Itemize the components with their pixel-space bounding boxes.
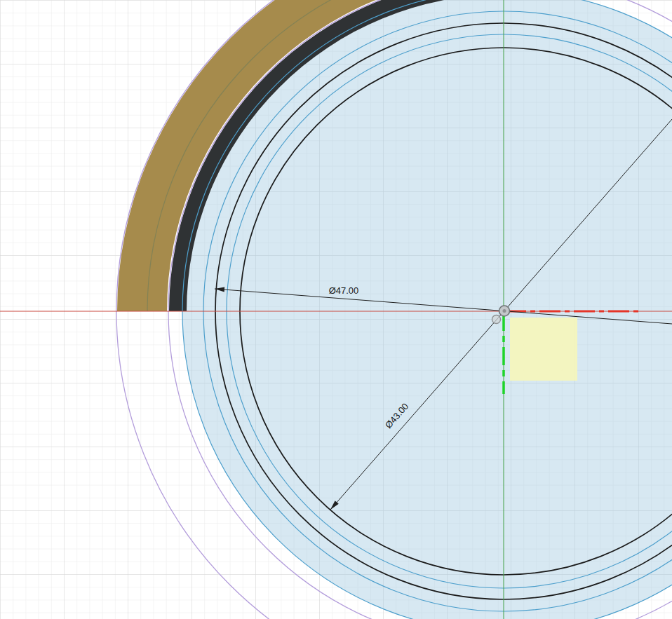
dimension-d47-label[interactable]: Ø47.00: [329, 285, 359, 296]
sketch-canvas[interactable]: Ø47.00 Ø43.00: [0, 0, 672, 619]
origin-point-dot: [503, 309, 506, 313]
sketch-point-marker[interactable]: [492, 315, 501, 324]
highlighted-face[interactable]: [510, 318, 577, 381]
sketch-viewport[interactable]: Ø47.00 Ø43.00: [0, 0, 672, 619]
